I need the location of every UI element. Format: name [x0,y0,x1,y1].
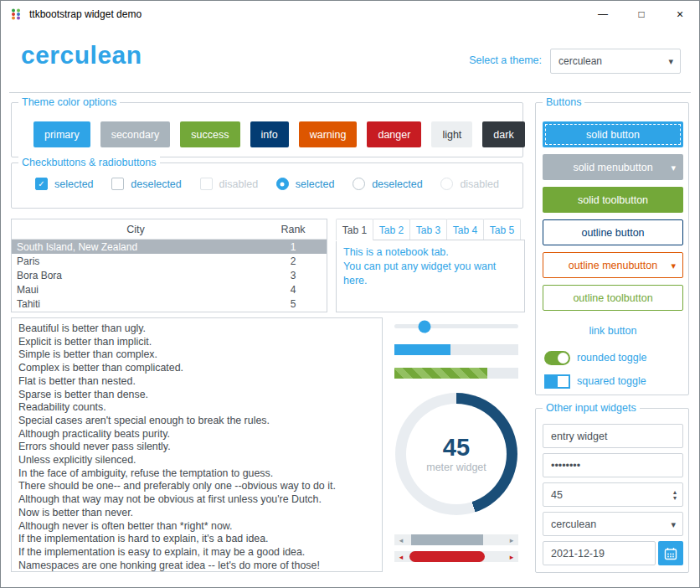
link-button[interactable]: link button [543,317,683,343]
text-line: Readability counts. [18,401,382,415]
titlebar: ttkbootstrap widget demo — □ × [1,1,699,28]
scroll-left-icon[interactable]: ◂ [396,551,406,562]
text-line: Explicit is better than implicit. [18,336,382,349]
radio-selected-icon [276,178,289,190]
text-line: Although that way may not be obvious at … [18,493,382,507]
minimize-button[interactable]: — [584,1,622,28]
text-line: Unless explicitly silenced. [18,454,382,467]
tab-1[interactable]: Tab 1 [336,219,373,240]
outline-menubutton[interactable]: outline menubutton ▾ [543,252,683,278]
dark-button[interactable]: dark [482,121,524,147]
squared-toggle-icon[interactable] [544,374,570,389]
outline-toolbutton[interactable]: outline toolbutton [543,285,683,311]
radio-selected[interactable]: selected [276,178,335,190]
other-inputs-frame: Other input widgets entry widget •••••••… [535,408,689,573]
scroll-left-icon[interactable]: ◂ [396,534,406,545]
notebook-text-line1: This is a notebook tab. [343,245,517,260]
scroll-right-icon[interactable]: ▸ [507,551,517,562]
zen-text-widget[interactable]: Beautiful is better than ugly. Explicit … [11,317,383,572]
cell-city: Paris [12,255,260,267]
tab-3[interactable]: Tab 3 [409,219,447,240]
outline-menubutton-label: outline menubutton [569,260,657,271]
checkbox-deselected[interactable]: deselected [111,178,181,190]
table-row[interactable]: Maui 4 [12,282,327,297]
calendar-button[interactable] [658,541,683,565]
info-button[interactable]: info [250,121,289,147]
tab-5[interactable]: Tab 5 [483,219,521,240]
password-value: •••••••• [551,460,580,472]
chevron-down-icon: ▾ [668,57,673,66]
date-entry[interactable]: 2021-12-19 [543,541,656,565]
check-radio-frame: Checkbuttons & radiobuttons ✓ selected d… [11,162,523,209]
solid-menubutton-label: solid menubutton [573,162,652,173]
scrollbar-secondary[interactable]: ◂ ▸ [394,534,518,545]
scrollbar-thumb[interactable] [411,534,483,545]
column-header-city[interactable]: City [12,224,260,235]
column-header-rank[interactable]: Rank [260,224,327,235]
light-button[interactable]: light [431,121,472,147]
header-separator [9,92,691,93]
radio-selected-label: selected [296,178,335,190]
text-line: There should be one-- and preferably onl… [18,480,382,493]
window-title: ttkbootstrap widget demo [29,8,142,20]
meter-label: meter widget [426,462,486,473]
theme-select-label: Select a theme: [469,54,542,66]
danger-button[interactable]: danger [367,121,421,147]
checkbox-deselected-label: deselected [131,178,181,190]
spin-down-icon[interactable]: ▾ [673,495,677,501]
theme-name-combobox[interactable]: cerculean ▾ [543,512,683,536]
cell-rank: 3 [260,270,327,281]
chevron-down-icon: ▾ [671,260,676,270]
rounded-toggle-icon[interactable] [544,351,570,365]
secondary-button[interactable]: secondary [100,121,171,147]
success-button[interactable]: success [180,121,239,147]
text-line: Special cases aren't special enough to b… [18,415,382,428]
warning-button[interactable]: warning [299,121,358,147]
combobox-value: cerculean [551,518,596,530]
text-line: Namespaces are one honking great idea --… [18,560,382,572]
entry-widget[interactable]: entry widget [543,424,683,448]
spinbox[interactable]: 45 ▴ ▾ [543,482,683,507]
primary-button[interactable]: primary [33,121,90,147]
text-line: Simple is better than complex. [18,348,382,362]
tab-2[interactable]: Tab 2 [373,219,410,240]
password-field[interactable]: •••••••• [543,453,683,477]
spinbox-value: 45 [551,489,563,501]
cell-rank: 4 [260,284,327,296]
outline-button[interactable]: outline button [543,219,683,245]
cell-city: Maui [12,284,260,296]
theme-color-options-legend: Theme color options [18,96,120,108]
city-rank-table: City Rank South Island, New Zealand 1 Pa… [11,219,327,312]
rounded-toggle[interactable]: rounded toggle [544,348,682,367]
table-row[interactable]: Bora Bora 3 [12,268,327,282]
text-line: Errors should never pass silently. [18,441,382,454]
cell-rank: 2 [260,255,327,267]
radio-disabled-label: disabled [460,178,499,190]
close-button[interactable]: × [661,1,699,28]
solid-menubutton[interactable]: solid menubutton ▾ [543,154,683,180]
table-row[interactable]: Paris 2 [12,254,327,268]
notebook-panel: This is a notebook tab. You can put any … [336,240,525,312]
text-line: Although practicality beats purity. [18,428,382,441]
radio-deselected-icon [353,178,365,190]
scale-slider[interactable] [394,324,518,328]
scrollbar-danger[interactable]: ◂ ▸ [394,551,518,562]
theme-combobox[interactable]: cerculean ▾ [550,49,681,74]
checkbox-selected[interactable]: ✓ selected [35,178,94,190]
text-line: Complex is better than complicated. [18,362,382,375]
scrollbar-thumb[interactable] [409,551,485,562]
maximize-button[interactable]: □ [622,1,661,28]
tab-4[interactable]: Tab 4 [446,219,484,240]
table-header[interactable]: City Rank [12,219,327,240]
scroll-right-icon[interactable]: ▸ [507,534,517,545]
radio-deselected[interactable]: deselected [353,178,422,190]
squared-toggle[interactable]: squared toggle [544,372,682,390]
table-row[interactable]: Tahiti 5 [12,297,327,311]
spinbox-arrows-icon[interactable]: ▴ ▾ [673,489,677,501]
solid-toolbutton[interactable]: solid toolbutton [543,187,683,213]
solid-button[interactable]: solid button [543,121,683,147]
meter-widget: 45 meter widget [395,393,517,515]
entry-value: entry widget [551,431,607,442]
slider-handle[interactable] [418,320,430,333]
table-row[interactable]: South Island, New Zealand 1 [12,240,327,254]
